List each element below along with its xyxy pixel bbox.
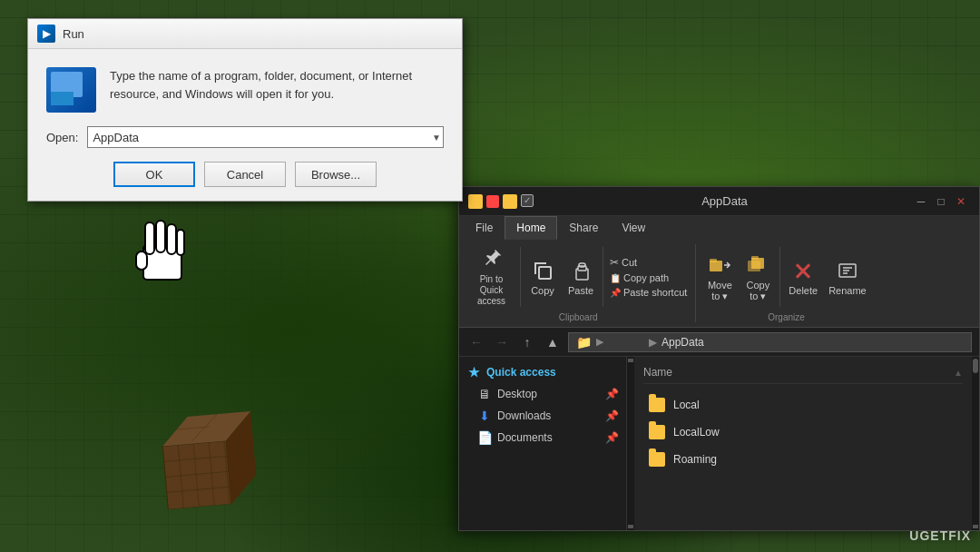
run-body: Type the name of a program, folder, docu… [28,49,462,201]
copy-icon [530,258,555,283]
run-dropdown-arrow-icon[interactable]: ▼ [432,133,441,143]
sidebar-item-desktop[interactable]: 🖥 Desktop 📌 [459,383,626,405]
clipboard-buttons: Pin to Quickaccess Copy [466,244,690,310]
rename-label: Rename [828,285,867,296]
desktop-label: Desktop [497,388,537,400]
run-top-section: Type the name of a program, folder, docu… [46,67,444,113]
file-explorer: ✓ AppData ─ □ ✕ File Home Share View [458,186,980,531]
separator-2 [603,247,603,307]
downloads-icon: ⬇ [477,409,492,423]
delete-label: Delete [789,285,818,296]
path-appdata: AppData [662,336,704,349]
clipboard-group-label: Clipboard [466,310,690,322]
tab-share[interactable]: Share [557,216,610,240]
run-dialog: ▶ Run Type the name of a program, folder… [27,18,463,202]
desktop-icon: 🖥 [477,387,492,401]
maximize-button[interactable]: □ [932,194,950,209]
paste-label: Paste [568,285,593,296]
title-checkbox-icon: ✓ [521,194,534,207]
main-scroll-up[interactable] [973,359,978,373]
main-content: Name ▲ Local LocalLow [634,357,972,530]
path-arrow: ▶ [649,336,657,349]
move-to-button[interactable]: Moveto ▾ [701,244,738,310]
up-button[interactable]: ↑ [517,332,537,352]
pin-to-quick-access-button[interactable]: Pin to Quickaccess [466,244,516,310]
title-icons: ✓ [468,194,534,209]
sidebar-item-quick-access[interactable]: ★ Quick access [459,361,626,383]
svg-rect-0 [162,440,231,509]
copy-button[interactable]: Copy [524,244,561,310]
organize-group: Moveto ▾ Copyto ▾ [701,244,870,322]
organize-buttons: Moveto ▾ Copyto ▾ [701,244,870,310]
run-description: Type the name of a program, folder, docu… [110,67,444,103]
copy-to-label: Copyto ▾ [746,280,769,302]
path-folder-icon: 📁 [576,335,592,350]
run-open-label: Open: [46,131,78,144]
explorer-titlebar: ✓ AppData ─ □ ✕ [459,187,979,216]
run-open-row: Open: ▼ [46,126,444,148]
documents-label: Documents [497,431,553,444]
move-to-label: Moveto ▾ [708,280,732,302]
desktop-pin-icon: 📌 [605,388,619,400]
forward-button[interactable]: → [492,332,512,352]
file-item-local[interactable]: Local [643,391,963,419]
copy-to-button[interactable]: Copyto ▾ [740,244,776,310]
address-path[interactable]: 📁 ▶ ▶ AppData [568,332,972,352]
minecraft-block-decoration [141,393,259,511]
column-separator [643,383,963,384]
copy-to-icon [745,252,770,278]
watermark: UGETFIX [909,528,971,543]
downloads-pin-icon: 📌 [605,409,619,422]
tab-home[interactable]: Home [505,216,557,240]
minimize-button[interactable]: ─ [912,194,930,209]
copy-path-label: Copy path [623,272,669,283]
rename-button[interactable]: Rename [824,244,871,310]
tab-file[interactable]: File [464,216,505,240]
main-scroll-track [973,373,978,525]
titlebar-controls: ─ □ ✕ [912,194,970,209]
watermark-text: UGETFIX [909,528,971,543]
svg-rect-24 [710,259,717,262]
run-cancel-button[interactable]: Cancel [204,162,286,187]
local-folder-icon [648,396,666,414]
paste-shortcut-button[interactable]: 📌 Paste shortcut [607,286,690,299]
organize-group-label: Organize [701,310,870,322]
paste-button[interactable]: Paste [563,244,599,310]
file-item-localLow[interactable]: LocalLow [643,419,963,446]
run-browse-button[interactable]: Browse... [295,162,377,187]
run-input[interactable] [87,126,444,148]
run-buttons: OK Cancel Browse... [46,162,444,187]
run-titlebar: ▶ Run [28,19,462,49]
explorer-title: AppData [543,194,906,208]
rename-icon [835,258,860,283]
run-icon-graphic [46,67,96,113]
recent-locations-button[interactable]: ▲ [543,332,563,352]
sidebar-scroll-down[interactable] [628,525,633,528]
back-button[interactable]: ← [466,332,486,352]
ribbon-tabs: File Home Share View [459,216,979,240]
svg-rect-19 [539,267,551,279]
roaming-folder-icon [648,450,666,468]
run-ok-button[interactable]: OK [113,162,195,187]
tab-view[interactable]: View [610,216,657,240]
copy-path-button[interactable]: 📋 Copy path [607,271,690,284]
run-title: Run [63,27,84,41]
delete-button[interactable]: Delete [784,244,822,310]
sidebar-item-documents[interactable]: 📄 Documents 📌 [459,427,626,448]
sidebar-item-downloads[interactable]: ⬇ Downloads 📌 [459,405,626,427]
local-folder-name: Local [673,399,700,411]
quick-access-label: Quick access [486,366,556,379]
run-app-icon: ▶ [37,25,55,43]
explorer-body: ★ Quick access 🖥 Desktop 📌 ⬇ Downloads 📌… [459,357,979,530]
close-button[interactable]: ✕ [952,194,970,209]
main-scroll-down[interactable] [973,525,978,528]
ribbon: File Home Share View Pin to Quicka [459,216,979,328]
separator-1 [520,247,521,307]
file-item-roaming[interactable]: Roaming [643,446,963,473]
cut-button[interactable]: ✂ Cut [607,255,690,270]
title-folder-icon-1 [468,194,483,209]
cut-icon: ✂ [610,256,619,269]
copy-path-icon: 📋 [610,273,621,283]
cut-label: Cut [622,257,637,268]
documents-icon: 📄 [477,430,492,445]
